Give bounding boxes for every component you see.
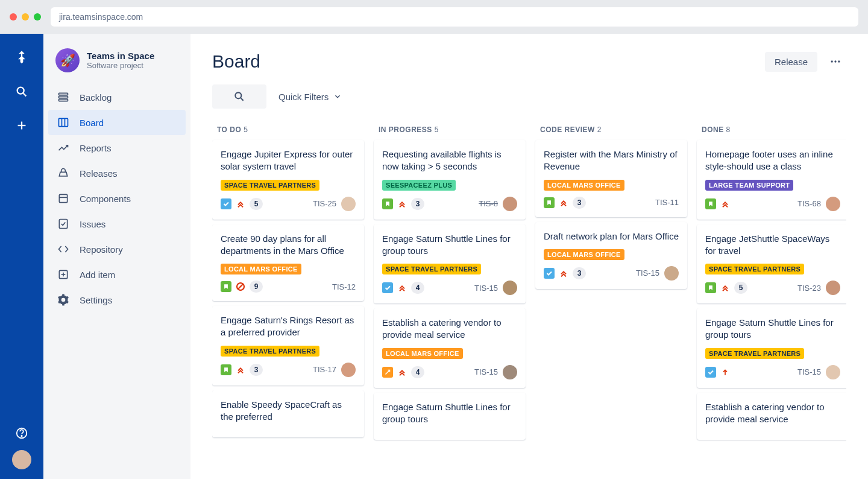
- card-title: Engage Jupiter Express for outer solar s…: [221, 148, 356, 173]
- svg-point-19: [834, 60, 836, 62]
- user-avatar[interactable]: [12, 450, 31, 469]
- quick-filters-dropdown[interactable]: Quick Filters: [278, 92, 342, 102]
- card-title: Engage Saturn Shuttle Lines for group to…: [705, 317, 840, 341]
- url-bar[interactable]: jira.teamsinspace.com: [51, 7, 858, 27]
- svg-line-22: [241, 98, 244, 101]
- issue-id: TIS-15: [636, 268, 659, 278]
- card-tag: LOCAL MARS OFFICE: [221, 264, 301, 274]
- card-title: Engage Saturn Shuttle Lines for group to…: [382, 401, 517, 426]
- sidebar-item-repository[interactable]: Repository: [48, 236, 186, 262]
- assignee-avatar[interactable]: [503, 281, 517, 295]
- card-tag: SEESPACEEZ PLUS: [382, 180, 456, 191]
- card-title: Engage JetShuttle SpaceWays for travel: [705, 233, 840, 258]
- sidebar-item-add[interactable]: Add item: [48, 262, 186, 287]
- minimize-window-icon[interactable]: [22, 13, 29, 21]
- sidebar-item-backlog[interactable]: Backlog: [48, 84, 186, 110]
- issue-card[interactable]: Establish a catering vendor to provide m…: [697, 393, 846, 440]
- card-tag: SPACE TRAVEL PARTNERS: [705, 264, 804, 274]
- jira-logo-icon[interactable]: [12, 48, 31, 68]
- column-header: TO DO 5: [212, 119, 364, 140]
- card-title: Requesting available flights is now taki…: [382, 148, 517, 173]
- maximize-window-icon[interactable]: [34, 13, 41, 21]
- sidebar-item-label: Board: [80, 118, 104, 128]
- project-header[interactable]: 🚀 Teams in Space Software project: [48, 48, 186, 84]
- svg-point-20: [838, 60, 840, 62]
- board-search-input[interactable]: [212, 84, 266, 109]
- priority-blocker-icon: [235, 281, 246, 292]
- sidebar-item-releases[interactable]: Releases: [48, 160, 186, 186]
- issue-card[interactable]: Establish a catering vendor to provide m…: [374, 308, 526, 388]
- card-title: Establish a catering vendor to provide m…: [705, 401, 840, 426]
- story-points-badge: 3: [573, 197, 586, 209]
- assignee-avatar[interactable]: [341, 197, 356, 211]
- assignee-avatar[interactable]: [826, 197, 840, 211]
- card-tag: SPACE TRAVEL PARTNERS: [221, 346, 319, 357]
- assignee-avatar[interactable]: [341, 363, 356, 377]
- assignee-avatar[interactable]: [826, 365, 840, 379]
- card-title: Register with the Mars Ministry of Reven…: [544, 148, 679, 173]
- story-points-badge: 4: [411, 282, 424, 294]
- issue-id: TIS-25: [313, 199, 336, 208]
- priority-highest-icon: [397, 282, 407, 293]
- sidebar-item-settings[interactable]: Settings: [48, 287, 186, 312]
- release-button[interactable]: Release: [765, 52, 817, 72]
- close-window-icon[interactable]: [10, 13, 17, 21]
- issue-card[interactable]: Engage Saturn Shuttle Lines for group to…: [374, 224, 526, 304]
- issues-icon: [57, 217, 70, 230]
- card-title: Enable Speedy SpaceCraft as the preferre…: [221, 399, 356, 423]
- assignee-avatar[interactable]: [503, 197, 517, 211]
- task-type-icon: [221, 198, 231, 209]
- sidebar-item-components[interactable]: Components: [48, 186, 186, 211]
- issue-card[interactable]: Requesting available flights is now taki…: [374, 140, 526, 220]
- priority-highest-icon: [397, 198, 407, 209]
- card-tag: SPACE TRAVEL PARTNERS: [221, 180, 319, 191]
- issue-card[interactable]: Enable Speedy SpaceCraft as the preferre…: [212, 390, 364, 438]
- help-icon[interactable]: [12, 423, 31, 443]
- issue-card[interactable]: Create 90 day plans for all departments …: [212, 224, 364, 302]
- create-icon[interactable]: [12, 116, 31, 135]
- issue-card[interactable]: Engage Saturn Shuttle Lines for group to…: [697, 308, 846, 388]
- issue-card[interactable]: Draft network plan for Mars OfficeLOCAL …: [535, 222, 687, 289]
- column-count: 5: [435, 125, 439, 134]
- more-actions-icon[interactable]: [825, 51, 846, 72]
- window-controls: [10, 13, 41, 21]
- story-type-icon: [221, 364, 231, 375]
- issue-card[interactable]: Register with the Mars Ministry of Reven…: [535, 140, 687, 217]
- main-content: Board Release Quick Filters TO DO 5Engag…: [190, 34, 868, 479]
- issue-id: TIS-15: [474, 367, 498, 376]
- assignee-avatar[interactable]: [503, 365, 517, 379]
- issue-card[interactable]: Engage Saturn Shuttle Lines for group to…: [374, 393, 526, 440]
- issue-card[interactable]: Engage Jupiter Express for outer solar s…: [212, 140, 364, 220]
- issue-id: TIS-12: [332, 282, 356, 291]
- svg-point-0: [17, 87, 24, 94]
- priority-highest-icon: [235, 364, 246, 375]
- card-title: Create 90 day plans for all departments …: [221, 233, 356, 258]
- assignee-avatar[interactable]: [664, 266, 679, 281]
- sidebar-item-reports[interactable]: Reports: [48, 135, 186, 160]
- issue-id: TIS-23: [797, 284, 821, 293]
- card-tag: LOCAL MARS OFFICE: [382, 348, 463, 359]
- assignee-avatar[interactable]: [826, 281, 840, 295]
- column-count: 2: [597, 125, 602, 134]
- sidebar-item-label: Backlog: [80, 92, 112, 103]
- svg-rect-6: [59, 93, 68, 95]
- task-type-icon: [382, 282, 393, 293]
- priority-highest-icon: [397, 367, 407, 378]
- chevron-down-icon: [333, 92, 342, 101]
- story-type-icon: [382, 198, 393, 209]
- svg-point-18: [831, 60, 833, 62]
- issue-id: TIS-11: [655, 198, 679, 207]
- svg-rect-9: [59, 118, 68, 126]
- issue-card[interactable]: Homepage footer uses an inline style-sho…: [697, 140, 846, 220]
- project-sidebar: 🚀 Teams in Space Software project Backlo…: [43, 34, 190, 479]
- issue-card[interactable]: Engage JetShuttle SpaceWays for travelSP…: [697, 224, 846, 304]
- settings-icon: [57, 293, 70, 306]
- task-type-icon: [705, 367, 716, 378]
- issue-card[interactable]: Engage Saturn's Rings Resort as a prefer…: [212, 306, 364, 385]
- sidebar-item-issues[interactable]: Issues: [48, 211, 186, 236]
- sidebar-item-board[interactable]: Board: [48, 110, 186, 135]
- board-column: IN PROGRESS 5Requesting available flight…: [374, 119, 526, 479]
- search-icon[interactable]: [12, 82, 31, 101]
- card-tag: SPACE TRAVEL PARTNERS: [705, 348, 804, 359]
- add-icon: [57, 268, 70, 281]
